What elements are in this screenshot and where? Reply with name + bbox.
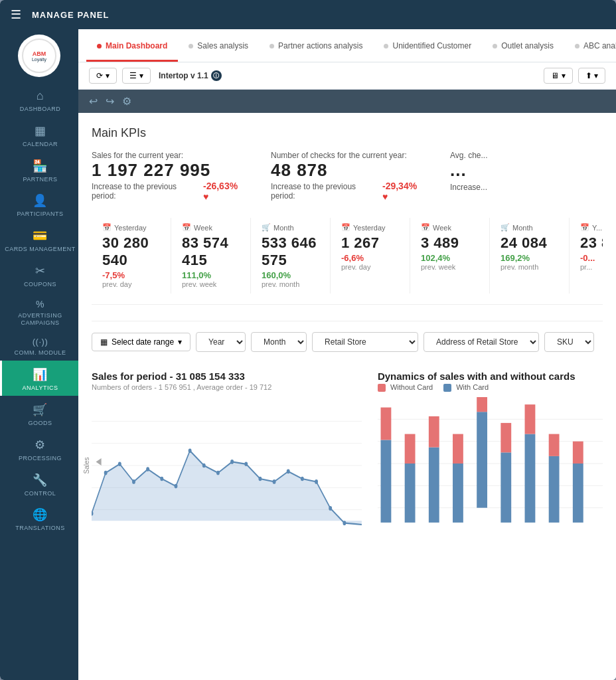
sidebar-item-translations[interactable]: 🌐 TRANSLATIONS: [0, 501, 78, 536]
sidebar-logo: ABM Loyalty: [18, 35, 60, 77]
kpi-period-5: 🛒 Month: [501, 223, 558, 232]
sales-section: Sales for period - 31 085 154 333 Number…: [92, 371, 603, 532]
share-button[interactable]: ⬆ ▾: [578, 68, 605, 84]
sidebar-item-partners[interactable]: 🏪 PARTNERS: [0, 152, 78, 187]
sku-filter[interactable]: SKU: [544, 332, 594, 352]
kpi-sales-change: -26,63% ♥: [203, 181, 244, 202]
kpi-card-prev-4: prev. week: [421, 263, 479, 271]
tab-main-dashboard[interactable]: Main Dashboard: [86, 29, 178, 62]
sales-chart-area: Sales for period - 31 085 154 333 Number…: [92, 371, 362, 532]
processing-icon: ⚙: [35, 438, 46, 452]
retail-store-filter[interactable]: Retail Store: [312, 332, 418, 352]
content-area: Main Dashboard Sales analysis Partner ac…: [78, 29, 616, 680]
address-filter[interactable]: Address of Retail Store: [424, 332, 539, 352]
kpi-num-3: 1 267: [341, 234, 399, 252]
sidebar: ABM Loyalty ⌂ DASHBOARD ▦ CALENDAR 🏪 PAR…: [0, 29, 78, 680]
kpi-card-change-5: 169,2%: [501, 253, 558, 263]
legend-with-card: With Card: [443, 383, 489, 392]
app-title: MANAGE PANEL: [32, 10, 109, 20]
sidebar-item-coupons[interactable]: ✂ COUPONS: [0, 257, 78, 292]
kpi-card-prev-5: prev. month: [501, 263, 558, 271]
logo-loyalty: Loyalty: [32, 57, 46, 62]
kpi-card-prev-0: prev. day: [102, 280, 160, 288]
sidebar-item-cards[interactable]: 💳 CARDS MANAGEMENT: [0, 222, 78, 257]
kpi-card-0: 📅 Yesterday 30 280 540 -7,5% prev. day: [92, 218, 171, 294]
sidebar-label-dashboard: DASHBOARD: [20, 106, 61, 113]
logo-abm: ABM: [33, 50, 46, 57]
kpi-heart-icon: ♥: [203, 191, 208, 202]
main-layout: ABM Loyalty ⌂ DASHBOARD ▦ CALENDAR 🏪 PAR…: [0, 29, 616, 680]
coupons-icon: ✂: [35, 264, 46, 278]
period-label-6: Y...: [592, 224, 602, 232]
control-icon: 🔧: [33, 473, 48, 487]
hamburger-menu[interactable]: ☰: [11, 7, 21, 22]
tab-unidentified[interactable]: Unidentified Customer: [373, 29, 482, 62]
kpi-period-3: 📅 Yesterday: [341, 223, 399, 232]
kpi-card-prev-6: pr...: [580, 263, 603, 271]
kpi-card-6: 📅 Y... 23 8... -0... pr...: [570, 218, 603, 294]
tab-abc[interactable]: ABC analysis: [564, 29, 616, 62]
kpi-checks-change-label: Increase to the previous period:: [271, 182, 378, 201]
dashboard-content: Main KPIs Sales for the current year: 1 …: [78, 113, 616, 680]
settings-action-icon[interactable]: ⚙: [122, 95, 131, 108]
sidebar-label-participants: PARTICIPANTS: [17, 211, 63, 218]
svg-point-16: [244, 462, 248, 466]
refresh-button[interactable]: ⟳ ▾: [89, 68, 117, 84]
bar-chart-svg: [378, 397, 603, 530]
svg-point-18: [273, 479, 276, 484]
list-dropdown-icon: ▾: [139, 71, 143, 80]
tab-label-abc: ABC analysis: [583, 41, 616, 50]
kpi-num-4: 3 489: [421, 234, 479, 252]
period-icon-4: 📅: [421, 223, 430, 232]
sidebar-item-participants[interactable]: 👤 PARTICIPANTS: [0, 187, 78, 222]
sidebar-item-comm[interactable]: ((·)) COMM. MODULE: [0, 330, 78, 361]
sidebar-item-processing[interactable]: ⚙ PROCESSING: [0, 431, 78, 466]
screen-button[interactable]: 🖥 ▾: [544, 68, 572, 84]
legend-dot-without: [378, 384, 386, 392]
svg-rect-36: [453, 464, 463, 523]
svg-marker-24: [96, 458, 102, 466]
period-icon-2: 🛒: [262, 223, 271, 232]
list-button[interactable]: ☰ ▾: [122, 68, 151, 84]
kpi-num-5: 24 084: [501, 234, 558, 252]
kpi-card-prev-3: prev. day: [341, 263, 399, 271]
list-icon: ☰: [129, 71, 137, 80]
line-chart: Sales: [92, 399, 362, 532]
svg-point-15: [230, 460, 234, 464]
sidebar-item-analytics[interactable]: 📊 ANALYTICS: [0, 361, 78, 396]
sidebar-item-calendar[interactable]: ▦ CALENDAR: [0, 117, 78, 152]
svg-rect-44: [549, 456, 560, 523]
kpi-sales: Sales for the current year: 1 197 227 99…: [92, 151, 244, 202]
tab-sales-analysis[interactable]: Sales analysis: [178, 29, 259, 62]
sidebar-item-goods[interactable]: 🛒 GOODS: [0, 396, 78, 431]
undo-icon[interactable]: ↩: [89, 95, 98, 108]
kpi-num-6: 23 8...: [580, 234, 603, 252]
sidebar-item-control[interactable]: 🔧 CONTROL: [0, 466, 78, 501]
kpi-sales-change-label: Increase to the previous period:: [92, 182, 199, 201]
svg-point-22: [329, 506, 332, 511]
year-filter[interactable]: Year: [196, 332, 246, 352]
kpi-avg-value: ...: [450, 160, 603, 181]
kpi-main-row: Sales for the current year: 1 197 227 99…: [92, 151, 603, 202]
svg-point-23: [343, 521, 346, 525]
svg-rect-37: [453, 434, 463, 464]
line-chart-svg: [92, 399, 362, 532]
tab-outlet[interactable]: Outlet analysis: [482, 29, 564, 62]
tab-partner-actions[interactable]: Partner actions analysis: [259, 29, 373, 62]
sidebar-item-advertising[interactable]: % ADVERTISING CAMPAIGNS: [0, 292, 78, 331]
period-label-0: Yesterday: [114, 224, 147, 232]
sidebar-item-dashboard[interactable]: ⌂ DASHBOARD: [0, 82, 78, 117]
kpi-card-prev-1: prev. week: [182, 280, 240, 288]
svg-rect-46: [573, 464, 583, 523]
date-range-button[interactable]: ▦ Select date range ▾: [92, 333, 191, 351]
tab-dot: [270, 44, 274, 48]
actionbar: ↩ ↪ ⚙: [78, 90, 616, 113]
svg-rect-33: [405, 434, 416, 464]
kpi-card-1: 📅 Week 83 574 415 111,0% prev. week: [171, 218, 251, 294]
home-icon: ⌂: [37, 89, 44, 103]
svg-rect-45: [549, 434, 560, 456]
month-filter[interactable]: Month: [251, 332, 307, 352]
kpi-card-change-3: -6,6%: [341, 253, 399, 263]
kpi-card-5: 🛒 Month 24 084 169,2% prev. month: [490, 218, 570, 294]
redo-icon[interactable]: ↪: [106, 95, 114, 108]
